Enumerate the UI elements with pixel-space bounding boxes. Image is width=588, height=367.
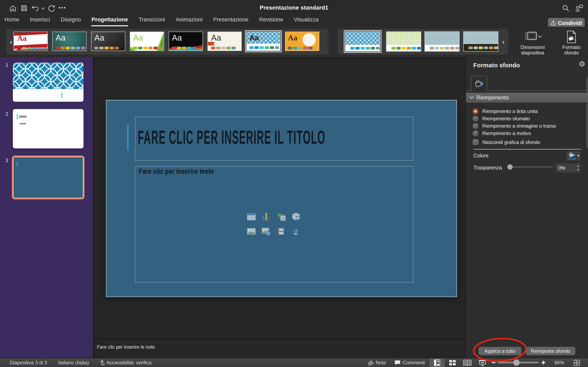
swatch <box>94 47 98 49</box>
variant-thumbnail-2[interactable] <box>386 31 421 52</box>
checkbox-icon[interactable] <box>473 139 479 145</box>
content-placeholder-icons <box>247 212 301 236</box>
notes-toggle[interactable]: Note <box>376 360 386 366</box>
radio-icon[interactable] <box>473 116 478 122</box>
ribbon-design-gallery: ‹ Aa Aa Aa Aa <box>0 27 588 57</box>
theme-thumbnail-3[interactable]: Aa <box>91 32 125 51</box>
slide-size-button[interactable]: Dimensionidiapositiva <box>515 29 550 55</box>
tab-animazioni[interactable]: Animazioni <box>176 13 203 27</box>
zoom-slider-knob[interactable] <box>513 359 520 366</box>
theme-aa-label: Aa <box>133 33 143 42</box>
radio-selected-icon[interactable] <box>473 108 478 114</box>
theme-thumbnail-7-selected[interactable]: Aa <box>246 32 281 51</box>
notes-separator[interactable] <box>94 338 466 339</box>
reading-view-icon[interactable] <box>463 360 472 366</box>
format-background-button[interactable]: Formatosfondo <box>556 29 587 55</box>
swatch <box>177 47 181 49</box>
option-hide-background[interactable]: Nascondi grafica di sfondo <box>473 139 540 145</box>
variant-thumbnail-4[interactable] <box>463 31 498 52</box>
reset-background-button[interactable]: Reimposta sfondo <box>526 347 575 355</box>
slide-thumbnail-3-selected[interactable] <box>12 156 85 200</box>
comments-toggle[interactable]: Commenti <box>403 360 425 366</box>
insert-picture-icon[interactable] <box>247 227 256 236</box>
theme-thumbnail-6[interactable]: Aa <box>208 32 242 51</box>
presence-icon[interactable] <box>575 4 584 12</box>
panel-close-button[interactable] <box>579 61 585 67</box>
radio-icon[interactable] <box>473 123 478 129</box>
transparency-slider-track[interactable] <box>510 166 553 167</box>
slide-thumbnail-2[interactable]: DDDD ddddd <box>13 109 84 149</box>
slide-thumbnail-pane: 1 2 DDDD ddddd 3 <box>0 57 93 358</box>
slide-thumbnail-1[interactable] <box>13 63 84 102</box>
swatch <box>33 47 36 50</box>
canvas-shade <box>94 57 466 60</box>
insert-smartart-icon[interactable] <box>277 212 286 221</box>
theme-thumbnail-5[interactable]: Aa <box>169 32 203 51</box>
tab-transizioni[interactable]: Transizioni <box>139 13 165 27</box>
swatch <box>99 47 104 49</box>
variant-thumbnail-1-selected[interactable] <box>345 31 380 52</box>
option-gradient-fill[interactable]: Riempimento sfumato <box>473 116 530 122</box>
tab-list: Home Inserisci Disegno Progettazione Tra… <box>4 13 319 27</box>
tab-visualizza[interactable]: Visualizza <box>294 13 319 27</box>
radio-icon[interactable] <box>473 131 478 136</box>
language-indicator[interactable]: Italiano (Italia) <box>58 360 89 366</box>
zoom-out-button[interactable] <box>492 362 495 363</box>
panel-scrollbar[interactable] <box>587 77 588 148</box>
share-label: Condividi <box>558 20 582 26</box>
tab-presentazione[interactable]: Presentazione <box>213 13 249 27</box>
text-cursor <box>61 92 62 98</box>
search-icon[interactable] <box>562 5 569 12</box>
slideshow-icon[interactable] <box>479 360 486 366</box>
spinner-down-icon[interactable]: ▼ <box>575 168 581 171</box>
title-placeholder-text[interactable]: FARE CLIC PER INSERIRE IL TITOLO <box>138 128 325 147</box>
option-pattern-fill[interactable]: Riempimento a motivo <box>473 131 531 136</box>
normal-view-icon <box>434 359 440 366</box>
theme-thumbnail-2[interactable]: Aa <box>52 32 86 51</box>
tab-disegno[interactable]: Disegno <box>61 13 81 27</box>
transparency-slider-knob[interactable] <box>507 164 513 170</box>
insert-table-icon[interactable] <box>247 212 256 221</box>
insert-3d-model-icon[interactable] <box>291 212 301 221</box>
status-bar: Diapositiva 3 di 3 Italiano (Italia) Acc… <box>0 358 588 367</box>
tab-revisione[interactable]: Revisione <box>259 13 283 27</box>
insert-icons-icon[interactable] <box>291 227 301 236</box>
theme-thumbnail-1[interactable]: Aa <box>13 32 48 51</box>
theme-thumbnail-8[interactable]: Aa <box>285 32 319 51</box>
insert-chart-icon[interactable] <box>261 212 271 221</box>
normal-view-button[interactable] <box>430 358 445 367</box>
insert-video-icon[interactable] <box>277 227 286 236</box>
slide-indicator[interactable]: Diapositiva 3 di 3 <box>10 360 47 366</box>
ribbon-tab-row: Home Inserisci Disegno Progettazione Tra… <box>0 13 588 27</box>
swatch-row <box>211 47 236 49</box>
accessibility-status[interactable]: Accessibilità: verifica <box>106 360 151 366</box>
variant-thumbnail-3[interactable] <box>424 31 459 52</box>
option-solid-fill[interactable]: Riempimento a tinta unita <box>473 108 538 114</box>
spinner-up-icon[interactable]: ▲ <box>575 164 581 167</box>
apply-to-all-button[interactable]: Applica a tutto <box>479 347 521 355</box>
tab-inserisci[interactable]: Inserisci <box>30 13 50 27</box>
fill-tab[interactable] <box>471 76 487 91</box>
slide-sorter-icon[interactable] <box>449 360 457 366</box>
swatch-row <box>250 46 279 49</box>
swatch-row <box>430 47 459 50</box>
color-picker-button[interactable] <box>566 151 581 160</box>
variants-scroll-right-icon[interactable]: › <box>499 29 508 55</box>
insert-online-picture-icon[interactable] <box>261 227 271 236</box>
zoom-value[interactable]: 90% <box>554 360 564 366</box>
swatch <box>366 47 370 50</box>
theme-thumbnail-4[interactable]: Aa <box>130 32 164 51</box>
slide-number-3: 3 <box>1 158 8 163</box>
swatch-row <box>56 47 85 49</box>
option-picture-fill[interactable]: Riempimento a immagine o trama <box>473 123 556 129</box>
notes-placeholder[interactable]: Fare clic per inserire le note <box>97 344 155 350</box>
fill-section-header[interactable]: Riempimento <box>466 93 588 103</box>
tab-home[interactable]: Home <box>4 13 19 27</box>
fit-slide-icon[interactable] <box>574 360 580 366</box>
ribbon-divider <box>333 29 333 55</box>
slide-editing-surface[interactable]: FARE CLIC PER INSERIRE IL TITOLO Fare cl… <box>106 100 457 297</box>
body-placeholder-text[interactable]: Fare clic per inserire testo <box>139 167 214 175</box>
transparency-spinner[interactable]: 0% ▲ ▼ <box>555 163 581 173</box>
theme-aa-label: Aa <box>94 33 104 42</box>
tab-progettazione[interactable]: Progettazione <box>91 13 128 27</box>
